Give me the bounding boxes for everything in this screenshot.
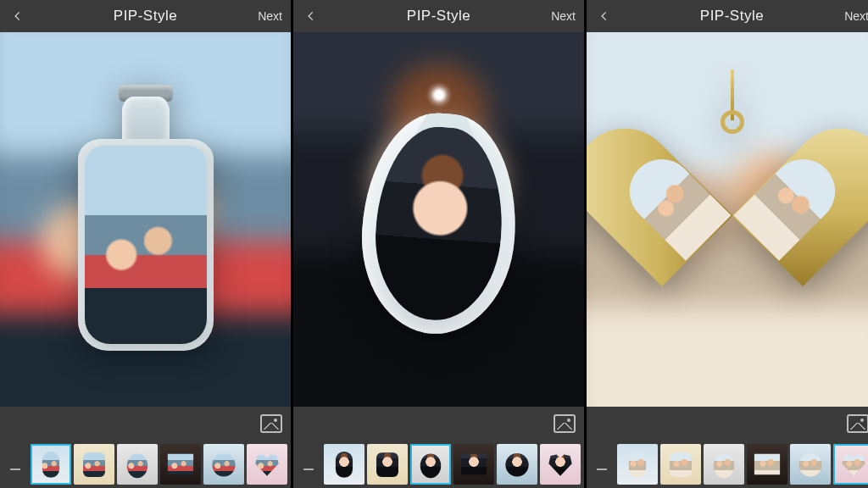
editor-canvas[interactable] xyxy=(0,32,291,407)
frame-thumb-heart[interactable] xyxy=(247,444,287,485)
thumb-photo xyxy=(795,449,826,480)
frame-thumbnails xyxy=(617,444,868,485)
framed-photo xyxy=(370,123,509,324)
frame-thumb-heart[interactable] xyxy=(540,444,581,485)
screen-title: PIP-Style xyxy=(407,8,470,25)
thumb-photo xyxy=(838,449,868,480)
thumb-photo xyxy=(622,449,653,480)
change-background-button[interactable] xyxy=(554,414,576,433)
frame-thumb-ball[interactable] xyxy=(497,444,537,485)
chevron-left-icon xyxy=(12,10,24,22)
thumb-photo xyxy=(415,449,446,480)
header-bar: PIP-Style Next xyxy=(293,0,584,32)
framed-photo xyxy=(676,163,789,268)
screen-title: PIP-Style xyxy=(114,8,177,25)
thumb-photo xyxy=(252,449,282,480)
thumb-photo xyxy=(459,449,489,480)
chevron-left-icon xyxy=(598,10,610,22)
back-button[interactable] xyxy=(298,0,324,32)
editor-canvas[interactable] xyxy=(587,32,868,407)
change-background-button[interactable] xyxy=(260,414,282,433)
frame-thumb-heart[interactable] xyxy=(833,444,868,485)
app-screen: PIP-Style Next xyxy=(293,0,584,488)
chevron-left-icon xyxy=(305,10,317,22)
frame-thumb-ball[interactable] xyxy=(790,444,831,485)
frame-thumb-film[interactable] xyxy=(160,444,201,485)
frame-thumb-film[interactable] xyxy=(747,444,787,485)
thumb-photo xyxy=(502,449,532,480)
change-background-button[interactable] xyxy=(847,414,868,433)
download-icon xyxy=(594,456,609,473)
frame-layer xyxy=(0,32,291,407)
frame-thumb-bottle[interactable] xyxy=(617,444,658,485)
canvas-toolbar xyxy=(293,407,584,441)
thumb-photo xyxy=(329,449,359,480)
next-button[interactable]: Next xyxy=(258,0,282,32)
thumb-photo xyxy=(545,449,576,480)
screen-title: PIP-Style xyxy=(700,8,764,25)
frame-layer xyxy=(293,32,584,407)
frame-thumb-film[interactable] xyxy=(453,444,494,485)
app-screen: PIP-Style Next xyxy=(587,0,868,488)
frame-thumb-bottle[interactable] xyxy=(324,444,364,485)
thumb-photo xyxy=(665,449,696,480)
next-button[interactable]: Next xyxy=(844,0,868,32)
frame-thumb-glass[interactable] xyxy=(367,444,408,485)
download-frames-button[interactable] xyxy=(590,444,614,485)
thumb-photo xyxy=(372,449,403,480)
editor-canvas[interactable] xyxy=(293,32,584,407)
thumb-photo xyxy=(122,449,153,480)
thumb-photo xyxy=(79,449,109,480)
next-button[interactable]: Next xyxy=(551,0,576,32)
frame-thumb-glass[interactable] xyxy=(74,444,114,485)
frame-strip xyxy=(293,441,584,488)
download-icon xyxy=(8,456,23,473)
download-frames-button[interactable] xyxy=(3,444,27,485)
canvas-toolbar xyxy=(587,407,868,441)
download-icon xyxy=(301,456,316,473)
frame-thumb-drop[interactable] xyxy=(704,444,744,485)
header-bar: PIP-Style Next xyxy=(0,0,291,32)
frame-thumbnails xyxy=(324,444,581,485)
framed-photo xyxy=(85,146,207,344)
back-button[interactable] xyxy=(5,0,31,32)
thumb-photo xyxy=(165,449,196,480)
frame-thumb-bottle[interactable] xyxy=(31,444,71,485)
frame-thumbnails xyxy=(31,444,287,485)
canvas-toolbar xyxy=(0,407,291,441)
thumb-photo xyxy=(209,449,239,480)
download-frames-button[interactable] xyxy=(297,444,320,485)
frame-strip xyxy=(0,441,291,488)
pip-frame-bottle xyxy=(70,80,222,359)
pip-frame-heart xyxy=(626,114,838,325)
thumb-photo xyxy=(752,449,782,480)
thumb-photo xyxy=(36,449,66,480)
frame-thumb-glass[interactable] xyxy=(660,444,701,485)
header-bar: PIP-Style Next xyxy=(587,0,868,32)
pip-frame-drop xyxy=(346,88,532,351)
frame-thumb-drop[interactable] xyxy=(410,444,451,485)
frame-thumb-ball[interactable] xyxy=(203,444,244,485)
frame-strip xyxy=(587,441,868,488)
frame-layer xyxy=(587,32,868,407)
app-screen: PIP-Style Next xyxy=(0,0,291,488)
thumb-photo xyxy=(709,449,739,480)
back-button[interactable] xyxy=(592,0,617,32)
frame-thumb-drop[interactable] xyxy=(117,444,158,485)
